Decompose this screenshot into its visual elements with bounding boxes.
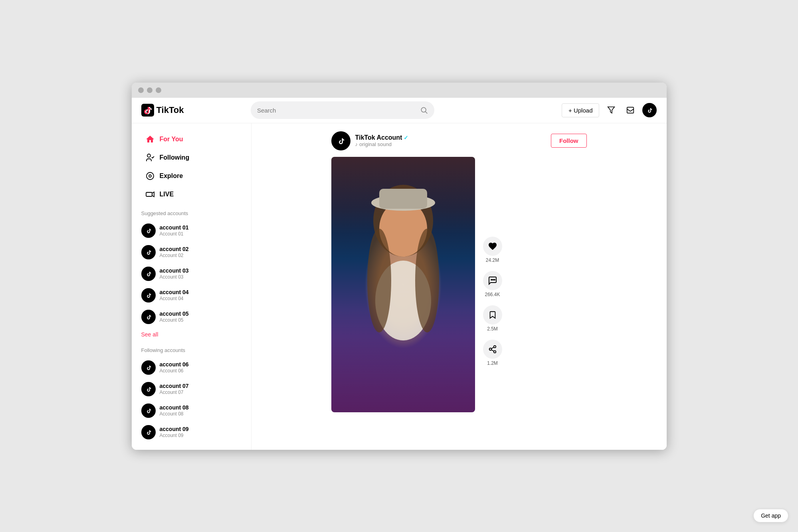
search-bar (251, 101, 434, 119)
sidebar: For You Following (132, 123, 251, 450)
browser-window: TikTok + Upload (132, 83, 667, 450)
account-avatar-4 (141, 288, 156, 303)
following-username-1: account 06 (160, 361, 189, 368)
traffic-light-close[interactable] (138, 87, 144, 93)
account-avatar-2 (141, 245, 156, 259)
share-count: 1.2M (487, 360, 498, 366)
following-display-2: Account 07 (160, 390, 189, 396)
search-area (251, 101, 434, 119)
svg-point-15 (415, 229, 439, 332)
sidebar-item-following[interactable]: Following (135, 149, 248, 166)
upload-button[interactable]: + Upload (562, 103, 599, 117)
svg-line-22 (491, 350, 493, 351)
follow-button[interactable]: Follow (551, 134, 587, 148)
following-username-2: account 07 (160, 382, 189, 390)
bookmark-button[interactable] (483, 305, 502, 324)
svg-rect-12 (379, 189, 427, 209)
get-app-button[interactable]: Get app (753, 509, 788, 522)
tiktok-mini-icon-5 (145, 313, 152, 321)
sidebar-item-explore[interactable]: Explore (135, 167, 248, 185)
video-container[interactable] (331, 157, 475, 412)
tiktok-mini-icon-2 (145, 248, 152, 256)
suggested-account-item-5[interactable]: account 05 Account 05 (135, 307, 248, 327)
account-info-4: account 04 Account 04 (160, 289, 189, 302)
sidebar-item-live[interactable]: LIVE (135, 186, 248, 203)
tiktok-mini-icon-f4 (145, 428, 152, 436)
share-icon (488, 345, 497, 354)
following-icon (145, 153, 156, 162)
account-info-2: account 02 Account 02 (160, 245, 189, 259)
suggested-account-item-1[interactable]: account 01 Account 01 (135, 220, 248, 241)
bookmark-icon (488, 310, 497, 319)
logo-area[interactable]: TikTok (141, 104, 184, 117)
suggested-section-title: Suggested accounts (132, 204, 251, 220)
header: TikTok + Upload (132, 98, 667, 123)
following-info-4: account 09 Account 09 (160, 425, 189, 439)
traffic-light-maximize[interactable] (156, 87, 161, 93)
post-avatar[interactable] (331, 131, 350, 150)
comment-action: 266.4K (483, 271, 502, 297)
see-all-button[interactable]: See all (132, 328, 168, 341)
post-username: TikTok Account ✓ (355, 134, 547, 141)
following-avatar-4 (141, 425, 156, 439)
following-account-item-4[interactable]: account 09 Account 09 (135, 422, 248, 443)
svg-point-5 (147, 154, 150, 157)
filter-button[interactable] (604, 103, 618, 117)
inbox-button[interactable] (623, 103, 638, 117)
user-avatar-button[interactable] (642, 103, 657, 117)
search-input[interactable] (257, 107, 417, 114)
live-label: LIVE (160, 191, 174, 198)
following-section-title: Following accounts (132, 341, 251, 356)
account-username-3: account 03 (160, 267, 189, 274)
account-info-3: account 03 Account 03 (160, 267, 189, 281)
account-avatar-3 (141, 267, 156, 281)
account-avatar-1 (141, 223, 156, 238)
post-user-info: TikTok Account ✓ ♪ original sound (355, 134, 547, 147)
following-account-item-2[interactable]: account 07 Account 07 (135, 379, 248, 399)
account-avatar-5 (141, 310, 156, 324)
feed-area: TikTok Account ✓ ♪ original sound Follow (251, 123, 667, 450)
account-username-2: account 02 (160, 245, 189, 253)
music-note-icon: ♪ (355, 141, 358, 147)
account-username-1: account 01 (160, 224, 189, 231)
share-button[interactable] (483, 340, 502, 359)
svg-point-6 (147, 172, 154, 180)
browser-chrome (132, 83, 667, 98)
svg-point-18 (494, 279, 495, 280)
explore-icon (145, 171, 156, 181)
following-info-3: account 08 Account 08 (160, 404, 189, 417)
video-post: TikTok Account ✓ ♪ original sound Follow (331, 131, 587, 412)
following-avatar-1 (141, 360, 156, 375)
home-icon (145, 134, 156, 144)
account-display-3: Account 03 (160, 274, 189, 281)
suggested-account-item-4[interactable]: account 04 Account 04 (135, 285, 248, 306)
search-button[interactable] (420, 106, 428, 114)
following-account-item-3[interactable]: account 08 Account 08 (135, 400, 248, 421)
sidebar-item-for-you[interactable]: For You (135, 131, 248, 148)
svg-marker-3 (608, 107, 615, 113)
suggested-account-item-3[interactable]: account 03 Account 03 (135, 263, 248, 284)
like-action: 24.2M (483, 237, 502, 263)
tiktok-logo-icon (141, 104, 154, 117)
following-display-1: Account 06 (160, 368, 189, 374)
right-actions: 24.2M (483, 237, 502, 366)
tiktok-mini-icon-f2 (145, 385, 152, 393)
like-button[interactable] (483, 237, 502, 256)
following-username-3: account 08 (160, 404, 189, 411)
post-avatar-icon (336, 136, 346, 146)
svg-line-2 (426, 112, 428, 114)
svg-rect-8 (146, 192, 152, 196)
tiktok-mini-icon-f1 (145, 364, 152, 372)
following-account-item-1[interactable]: account 06 Account 06 (135, 357, 248, 378)
suggested-account-item-2[interactable]: account 02 Account 02 (135, 242, 248, 263)
svg-point-17 (493, 279, 493, 280)
comment-button[interactable] (483, 271, 502, 290)
traffic-light-minimize[interactable] (147, 87, 152, 93)
svg-rect-4 (627, 107, 634, 113)
account-display-5: Account 05 (160, 317, 189, 324)
user-avatar-icon (646, 106, 653, 114)
following-info-2: account 07 Account 07 (160, 382, 189, 396)
video-row: 24.2M (331, 157, 502, 412)
following-label: Following (160, 154, 190, 161)
post-sound: ♪ original sound (355, 141, 547, 147)
